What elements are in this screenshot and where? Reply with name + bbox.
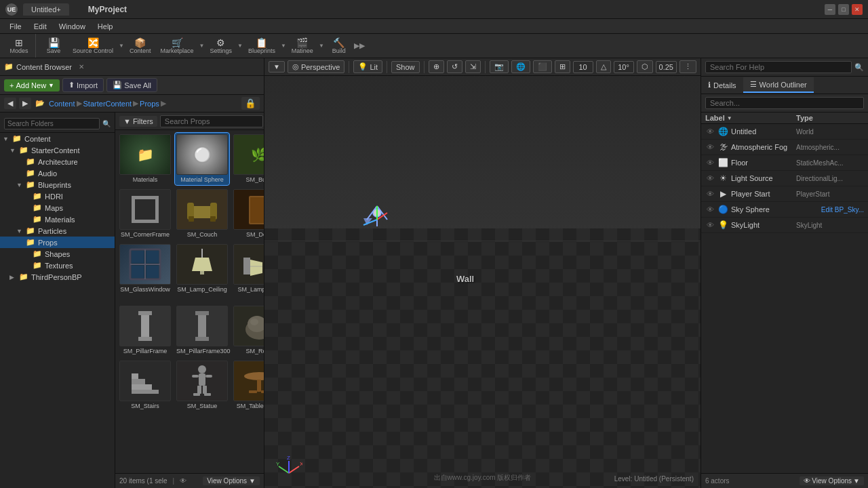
show-button[interactable]: Show [391, 61, 420, 73]
outliner-search-input[interactable] [705, 97, 864, 109]
folder-nav-icon[interactable]: 📂 [34, 98, 46, 109]
build-button[interactable]: 🔨 Build [326, 35, 353, 57]
content-browser-tab[interactable]: 📁 Content Browser [4, 62, 72, 71]
outliner-item-sky-sphere[interactable]: 👁 🔵 Sky Sphere Edit BP_Sky... [701, 202, 868, 218]
asset-sm-rock[interactable]: SM_Rock [232, 304, 264, 357]
scale-value[interactable]: 0.25 [656, 61, 677, 73]
lock-button[interactable]: 🔒 [241, 97, 260, 110]
world-button[interactable]: 🌐 [511, 60, 530, 73]
content-button[interactable]: 📦 Content [125, 35, 155, 57]
camera-speed-button[interactable]: 📷 [490, 60, 509, 73]
tree-item-particles[interactable]: ▼ 📁 Particles [0, 225, 115, 237]
settings-arrow[interactable]: ▼ [237, 43, 243, 49]
tree-item-audio[interactable]: 📁 Audio [0, 167, 115, 179]
outliner-item-light-source[interactable]: 👁 ☀ Light Source DirectionalLig... [701, 171, 868, 186]
grid-button[interactable]: ⊞ [555, 60, 570, 73]
eye-icon[interactable]: 👁 [705, 204, 716, 215]
asset-sm-bush[interactable]: 🌿 SM_Bush [232, 133, 264, 185]
outliner-item-atm-fog[interactable]: 👁 🌫 Atmospheric Fog Atmospheric... [701, 140, 868, 155]
title-tab[interactable]: Untitled+ [23, 3, 69, 16]
asset-sm-couch[interactable]: SM_Couch [175, 188, 229, 240]
tree-item-materials[interactable]: 📁 Materials [0, 214, 115, 225]
asset-sm-glass-window[interactable]: SM_GlassWindow [118, 243, 172, 302]
angle-value[interactable]: 10° [614, 61, 634, 73]
matinee-button[interactable]: 🎬 Matinee [288, 35, 317, 57]
save-button[interactable]: 💾 Save [40, 35, 67, 57]
outliner-view-options-button[interactable]: 👁 View Options ▼ [800, 476, 864, 485]
minimize-button[interactable]: ─ [825, 4, 835, 15]
close-button[interactable]: ✕ [852, 4, 863, 15]
folder-search-input[interactable] [4, 118, 100, 129]
tree-item-starter-content[interactable]: ▼ 📁 StarterContent [0, 144, 115, 156]
matinee-arrow[interactable]: ▼ [319, 43, 324, 49]
import-button[interactable]: ⬆ Import [62, 78, 104, 92]
marketplace-button[interactable]: 🛒 Marketplace [156, 35, 197, 57]
tree-item-third-person[interactable]: ▶ 📁 ThirdPersonBP [0, 271, 115, 283]
outliner-item-untitled[interactable]: 👁 🌐 Untitled World [701, 124, 868, 140]
outliner-item-player-start[interactable]: 👁 ▶ Player Start PlayerStart [701, 186, 868, 202]
marketplace-arrow[interactable]: ▼ [199, 43, 205, 49]
angle-button[interactable]: △ [596, 60, 611, 73]
breadcrumb-starter-content[interactable]: StarterContent [83, 100, 132, 108]
source-control-button[interactable]: 🔀 Source Control [68, 35, 117, 57]
viewport-options-button[interactable]: ⋮ [679, 60, 696, 73]
tree-item-blueprints[interactable]: ▼ 📁 Blueprints [0, 179, 115, 190]
viewport-canvas[interactable]: X Y Z Wall Level: Untitled (Persistent) … [264, 76, 701, 488]
nav-forward-button[interactable]: ▶ [19, 98, 31, 109]
tree-item-shapes[interactable]: 📁 Shapes [0, 248, 115, 260]
scale-snap-button[interactable]: ⬡ [637, 60, 653, 73]
viewport-dropdown-button[interactable]: ▼ [269, 61, 285, 73]
eye-icon[interactable]: 👁 [705, 220, 716, 230]
search-props-input[interactable] [160, 115, 263, 127]
nav-back-button[interactable]: ◀ [4, 98, 16, 109]
scale-button[interactable]: ⇲ [465, 60, 481, 73]
blueprints-button[interactable]: 📋 Blueprints [244, 35, 279, 57]
asset-sm-lamp-wall[interactable]: SM_Lamp_Wall [232, 243, 264, 302]
tree-item-hdri[interactable]: 📁 HDRI [0, 190, 115, 202]
details-tab[interactable]: ℹ Details [701, 78, 743, 92]
menu-window[interactable]: Window [54, 21, 91, 32]
asset-materials[interactable]: 📁 Materials [118, 133, 172, 185]
tree-item-textures[interactable]: 📁 Textures [0, 260, 115, 271]
tree-item-architecture[interactable]: 📁 Architecture [0, 156, 115, 167]
outliner-tab[interactable]: ☰ World Outliner [743, 77, 814, 93]
build-arrow[interactable]: ▶▶ [354, 41, 365, 50]
source-control-arrow[interactable]: ▼ [119, 43, 124, 49]
menu-edit[interactable]: Edit [28, 21, 52, 32]
eye-icon[interactable]: 👁 [705, 126, 716, 137]
grid-size-value[interactable]: 10 [573, 61, 593, 73]
settings-button[interactable]: ⚙ Settings [205, 35, 236, 57]
outliner-item-floor[interactable]: 👁 ⬜ Floor StaticMeshAc... [701, 155, 868, 171]
eye-icon[interactable]: 👁 [705, 142, 716, 152]
transform-button[interactable]: ⊕ [429, 60, 444, 73]
tree-item-content[interactable]: ▼ 📁 Content [0, 133, 115, 144]
asset-sm-corner[interactable]: SM_CornerFrame [118, 188, 172, 240]
view-options-button[interactable]: View Options ▼ [203, 476, 260, 485]
help-search-input[interactable] [705, 61, 852, 73]
asset-sm-pillar-frame-300[interactable]: SM_PillarFrame300 [175, 304, 229, 357]
save-all-button[interactable]: 💾 Save All [106, 78, 157, 92]
cb-tab-close[interactable]: ✕ [79, 63, 84, 70]
asset-sm-door[interactable]: SM_Door [232, 188, 264, 240]
asset-sm-stairs[interactable]: SM_Stairs [118, 359, 172, 411]
add-new-button[interactable]: + Add New ▼ [4, 79, 60, 92]
asset-sm-table-round[interactable]: SM_TableRound [232, 359, 264, 411]
asset-sm-pillar-frame[interactable]: SM_PillarFrame [118, 304, 172, 357]
perspective-button[interactable]: ◎ Perspective [288, 60, 344, 73]
menu-help[interactable]: Help [92, 21, 119, 32]
tree-item-props[interactable]: 📁 Props [0, 237, 115, 248]
outliner-item-skylight[interactable]: 👁 💡 SkyLight SkyLight [701, 218, 868, 233]
rotate-button[interactable]: ↺ [447, 60, 462, 73]
eye-icon[interactable]: 👁 [705, 173, 716, 184]
breadcrumb-content[interactable]: Content [49, 100, 75, 108]
lit-button[interactable]: 💡 Lit [353, 60, 382, 73]
asset-material-sphere[interactable]: ⚪ Material Sphere [175, 133, 229, 185]
asset-sm-statue[interactable]: SM_Statue [175, 359, 229, 411]
asset-sm-lamp-ceiling[interactable]: SM_Lamp_Ceiling [175, 243, 229, 302]
blueprints-arrow[interactable]: ▼ [281, 43, 286, 49]
breadcrumb-props[interactable]: Props [140, 100, 159, 108]
surface-snapping-button[interactable]: ⬛ [533, 60, 552, 73]
eye-icon[interactable]: 👁 [705, 188, 716, 199]
menu-file[interactable]: File [4, 21, 27, 32]
tree-item-maps[interactable]: 📁 Maps [0, 202, 115, 214]
